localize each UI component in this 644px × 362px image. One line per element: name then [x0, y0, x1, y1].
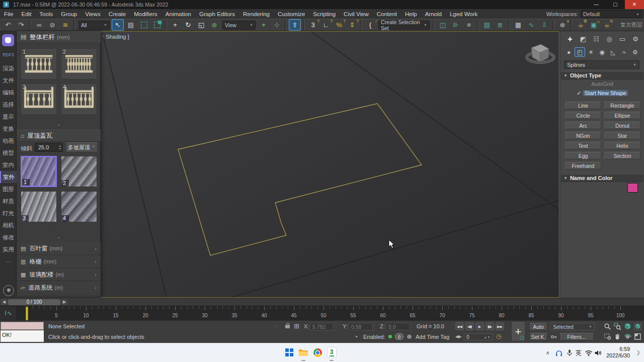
create-tab[interactable]: + — [564, 34, 576, 44]
set-key-button[interactable]: Set K. — [529, 333, 547, 340]
sidebar-item-3[interactable]: 选择 — [0, 99, 17, 111]
render-production-icon[interactable]: ☕↻ — [601, 19, 613, 31]
mini-curve-editor-icon[interactable]: I∿ — [0, 306, 17, 321]
enabled-count-pill[interactable]: 0 — [395, 333, 404, 340]
sidebar-item-10[interactable]: 图形 — [0, 183, 17, 195]
autogrid-label[interactable]: AutoGrid — [560, 81, 644, 87]
snaps-toggle-icon[interactable]: 3? — [307, 19, 319, 31]
reference-coordinate-dropdown[interactable]: View▼ — [222, 21, 256, 30]
play-button[interactable]: ▶ — [475, 322, 484, 330]
isolate-toggle-icon[interactable]: ⁘ — [273, 323, 278, 330]
spinner-arrows-icon[interactable]: ▲▼ — [59, 144, 61, 150]
y-coordinate-field[interactable]: 0.58▲▼ — [349, 323, 375, 330]
frame-number-field[interactable]: 0▲▼ — [464, 333, 493, 340]
auto-key-button[interactable]: Auto — [529, 323, 547, 330]
sidebar-item-2[interactable]: 编辑 — [0, 86, 17, 99]
keyboard-override-icon[interactable]: ⇧ — [289, 19, 301, 31]
zoom-all-icon[interactable] — [613, 322, 622, 331]
menu-tools[interactable]: Tools — [35, 11, 57, 17]
rendered-frame-icon[interactable]: ▣☕ — [588, 19, 600, 31]
edit-named-selections-icon[interactable]: {∕ — [364, 19, 376, 31]
file-explorer-button[interactable] — [297, 346, 309, 358]
render-setup-icon[interactable]: ☕⚙ — [575, 19, 587, 31]
menu-edit[interactable]: Edit — [18, 11, 36, 17]
orbit-icon[interactable] — [623, 332, 632, 341]
selection-lock-icon[interactable] — [285, 325, 290, 328]
select-and-manipulate-icon[interactable]: ⊹ — [271, 19, 283, 31]
helpers-category[interactable]: ◺ — [608, 47, 618, 57]
sidebar-item-6[interactable]: 动画 — [0, 135, 17, 147]
window-crossing-icon[interactable] — [151, 19, 163, 31]
isolate-selection-icon[interactable]: ⊗x — [556, 19, 569, 31]
zoom-icon[interactable] — [603, 322, 612, 331]
motion-tab[interactable]: ◎ — [603, 34, 615, 44]
menu-content[interactable]: Content — [373, 11, 401, 17]
sidebar-item-1[interactable]: 文件 — [0, 74, 17, 86]
3dsmax-taskbar-button[interactable]: 3 — [326, 346, 338, 358]
systems-category[interactable]: ⚙ — [630, 47, 640, 57]
object-button-rectangle[interactable]: Rectangle — [604, 102, 640, 109]
utilities-tab[interactable]: ⚙ — [629, 34, 641, 44]
timeline-ruler[interactable]: I∿ 5101520253035404550556065707580859095… — [0, 306, 644, 320]
maxscript-listener-white[interactable]: OK! — [1, 330, 44, 342]
spline-category-dropdown[interactable]: Splines ▼ — [564, 60, 639, 69]
align-icon[interactable]: ⊪ — [450, 19, 462, 31]
object-color-swatch[interactable] — [627, 183, 638, 193]
tray-chevron-up-icon[interactable]: ∧ — [546, 350, 549, 355]
object-button-freehand[interactable]: Freehand — [565, 162, 601, 169]
time-config-icon[interactable]: ◔ — [354, 333, 358, 340]
go-to-end-button[interactable]: ▶▶ — [496, 322, 504, 330]
object-type-rollout-header[interactable]: ▼ Object Type — [561, 71, 643, 79]
select-and-place-icon[interactable]: ⊚ — [208, 19, 220, 31]
modify-tab[interactable]: ◩ — [577, 34, 589, 44]
cameras-category[interactable]: ◉ — [597, 47, 607, 57]
menu-customize[interactable]: Customize — [274, 11, 309, 17]
sidebar-item-14[interactable]: 修改 — [0, 231, 17, 243]
key-filters-button[interactable]: Filters... — [559, 333, 594, 340]
selection-set-key-dropdown[interactable]: Selected▼ — [550, 323, 595, 330]
speaker-icon[interactable] — [594, 349, 602, 357]
object-button-helix[interactable]: Helix — [604, 142, 640, 149]
selection-set-dropdown[interactable]: Create Selection Set▼ — [378, 21, 430, 30]
spinner-snap-icon[interactable]: ⇕? — [346, 19, 358, 31]
menu-lged-work[interactable]: Lged Work — [446, 11, 481, 17]
roof-type-button[interactable]: 多坡屋顶 ⌃ — [65, 142, 98, 152]
rect-selection-region-icon[interactable] — [138, 19, 150, 31]
roof-tile-preset-1[interactable]: 1 — [21, 156, 57, 187]
menu-create[interactable]: Create — [105, 11, 130, 17]
menu-civil-view[interactable]: Civil View — [340, 11, 373, 17]
select-and-move-icon[interactable]: + — [169, 19, 181, 31]
percent-snap-icon[interactable]: %? — [333, 19, 345, 31]
next-frame-arrow[interactable]: ▶ — [61, 299, 67, 305]
sidebar-item-5[interactable]: 变换 — [0, 123, 17, 135]
previous-frame-button[interactable]: ◀▮ — [465, 322, 474, 330]
time-tag-wheel-icon[interactable]: ☸ — [407, 333, 412, 340]
set-keys-button[interactable]: + — [511, 322, 525, 341]
select-and-rotate-icon[interactable]: ↻ — [182, 19, 194, 31]
section-header-1[interactable]: ▥格栅(mm)› — [17, 255, 101, 268]
minimize-button[interactable]: — — [587, 0, 606, 9]
workspaces-dropdown[interactable]: Default▼ — [581, 10, 642, 18]
plugin-logo-icon[interactable] — [2, 34, 14, 46]
checkbox-check-icon[interactable]: ✓ — [577, 90, 581, 96]
menu-views[interactable]: Views — [81, 11, 104, 17]
section-header-roof[interactable]: ⌂ 屋顶盖瓦 — [17, 130, 101, 142]
x-coordinate-field[interactable]: 5.782▲▼ — [310, 323, 336, 330]
select-by-name-icon[interactable]: ▤ — [125, 19, 137, 31]
add-time-tag[interactable]: Add Time Tag — [416, 334, 449, 340]
menu-scripting[interactable]: Scripting — [309, 11, 340, 17]
sidebar-item-7[interactable]: 模型 — [0, 147, 17, 159]
railing-preset-1[interactable]: 1 — [21, 48, 57, 79]
section-header-2[interactable]: ▦玻璃配楼(m)› — [17, 268, 101, 281]
close-button[interactable]: ✕ — [625, 0, 644, 9]
select-object-icon[interactable]: ↖ — [112, 19, 124, 31]
lights-category[interactable]: ☀ — [586, 47, 596, 57]
start-new-shape-row[interactable]: ✓ Start New Shape — [560, 90, 644, 97]
object-button-text[interactable]: Text — [565, 142, 601, 149]
menu-rendering[interactable]: Rendering — [239, 11, 274, 17]
zoom-region-icon[interactable] — [603, 332, 612, 341]
schematic-view-icon[interactable]: ⇩ — [538, 19, 550, 31]
z-coordinate-field[interactable]: 0.0▲▼ — [386, 323, 412, 330]
selection-filter-dropdown[interactable]: All▼ — [78, 21, 110, 30]
name-color-rollout-header[interactable]: ▼ Name and Color — [561, 174, 643, 182]
